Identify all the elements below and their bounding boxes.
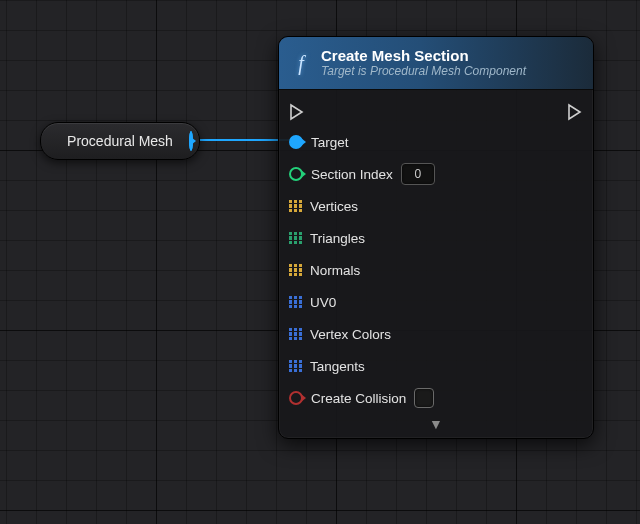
pin-label: Triangles	[310, 231, 365, 246]
pin-label: UV0	[310, 295, 336, 310]
function-node-body: Target Section Index 0 Vertices Triangle…	[279, 90, 593, 438]
input-pin-uv0[interactable]: UV0	[289, 286, 583, 318]
input-pin-normals[interactable]: Normals	[289, 254, 583, 286]
array-pin-icon	[289, 296, 302, 309]
pin-label: Normals	[310, 263, 360, 278]
array-pin-icon	[289, 360, 302, 373]
section-index-input[interactable]: 0	[401, 163, 435, 185]
array-pin-icon	[289, 232, 302, 245]
pin-label: Tangents	[310, 359, 365, 374]
function-node-subtitle: Target is Procedural Mesh Component	[321, 65, 526, 79]
variable-node-label: Procedural Mesh	[67, 133, 173, 149]
output-pin-procedural-mesh[interactable]	[189, 133, 193, 149]
input-pin-vertex-colors[interactable]: Vertex Colors	[289, 318, 583, 350]
input-pin-section-index[interactable]: Section Index 0	[289, 158, 583, 190]
expand-node-toggle[interactable]: ▼	[289, 414, 583, 432]
array-pin-icon	[289, 200, 302, 213]
pin-label: Vertex Colors	[310, 327, 391, 342]
input-pin-triangles[interactable]: Triangles	[289, 222, 583, 254]
variable-node-procedural-mesh[interactable]: Procedural Mesh	[40, 122, 200, 160]
function-node-create-mesh-section[interactable]: f Create Mesh Section Target is Procedur…	[278, 36, 594, 439]
pin-label: Section Index	[311, 167, 393, 182]
input-pin-target[interactable]: Target	[289, 126, 583, 158]
pin-label: Vertices	[310, 199, 358, 214]
function-node-title: Create Mesh Section	[321, 47, 526, 64]
input-pin-tangents[interactable]: Tangents	[289, 350, 583, 382]
pin-label: Create Collision	[311, 391, 406, 406]
input-pin-vertices[interactable]: Vertices	[289, 190, 583, 222]
create-collision-checkbox[interactable]	[414, 388, 434, 408]
input-pin-create-collision[interactable]: Create Collision	[289, 382, 583, 414]
array-pin-icon	[289, 264, 302, 277]
exec-output-pin[interactable]	[567, 103, 583, 121]
exec-input-pin[interactable]	[289, 103, 305, 121]
array-pin-icon	[289, 328, 302, 341]
function-icon: f	[291, 53, 311, 73]
pin-label: Target	[311, 135, 349, 150]
function-node-header[interactable]: f Create Mesh Section Target is Procedur…	[279, 37, 593, 90]
blueprint-graph-canvas[interactable]: Procedural Mesh f Create Mesh Section Ta…	[0, 0, 640, 524]
